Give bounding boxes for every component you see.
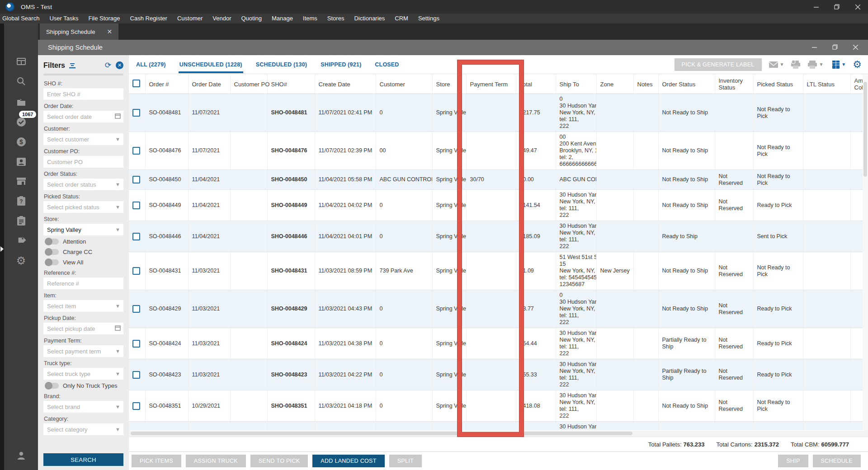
chevron-down-icon[interactable]: ▼ [115, 303, 123, 309]
category-select[interactable] [43, 423, 115, 435]
row-checkbox[interactable] [132, 402, 140, 410]
sho-number-link[interactable]: SHO-0048423 [267, 359, 315, 390]
col-store[interactable]: Store [432, 75, 466, 94]
menu-settings[interactable]: Settings [413, 14, 444, 24]
picked-status-select[interactable] [43, 201, 115, 213]
sho-number-link[interactable]: SHO-0048446 [267, 221, 315, 252]
payment-term-select[interactable] [43, 345, 115, 357]
menu-cash-register[interactable]: Cash Register [125, 14, 172, 24]
chevron-down-icon[interactable]: ▼ [115, 371, 123, 376]
col-customer-po[interactable]: Customer PO [230, 75, 267, 94]
folders-icon[interactable] [4, 94, 38, 110]
order-number-link[interactable]: SO-0048450 [145, 170, 188, 190]
vertical-scrollbar[interactable] [863, 75, 868, 431]
dashboard-icon[interactable] [4, 53, 38, 70]
order-number-link[interactable]: SO-0048423 [145, 359, 188, 390]
settings-gear-icon[interactable]: ⚙ [4, 253, 38, 269]
customer-card-icon[interactable] [4, 154, 38, 170]
menu-global-search[interactable]: Global Search [0, 14, 44, 24]
inner-close-icon[interactable] [853, 43, 858, 52]
sho-number-link[interactable]: SHO-0048476 [267, 132, 315, 170]
order-number-link[interactable]: SO-0048351 [145, 390, 188, 422]
attention-toggle[interactable] [45, 239, 59, 244]
chevron-down-icon[interactable]: ▼ [115, 136, 123, 142]
sho-number-link[interactable]: SHO-0048351 [267, 390, 315, 422]
chevron-down-icon[interactable]: ▼ [115, 404, 123, 409]
store-icon[interactable] [4, 173, 38, 189]
order-number-link[interactable]: SO-0048422 [145, 422, 188, 431]
payments-icon[interactable]: $ [4, 134, 38, 150]
col-ltl-status[interactable]: LTL Status [803, 75, 850, 94]
minimize-icon[interactable] [806, 0, 826, 14]
search-button[interactable]: SEARCH [43, 453, 123, 466]
order-number-link[interactable]: SO-0048429 [145, 290, 188, 328]
filters-scrollbar[interactable] [43, 74, 123, 75]
sho-number-link[interactable]: SHO-0048450 [267, 170, 315, 190]
item-select[interactable] [43, 300, 115, 312]
tab-shipped[interactable]: SHIPPED (921) [320, 56, 362, 73]
col-customer[interactable]: Customer [376, 75, 432, 94]
refresh-filters-icon[interactable]: ⟳ [105, 61, 111, 70]
col-ship-to[interactable]: Ship To [556, 75, 596, 94]
order-number-link[interactable]: SO-0048431 [145, 252, 188, 290]
email-button[interactable]: ▼ [769, 61, 784, 68]
row-checkbox[interactable] [132, 267, 140, 275]
order-date-input[interactable] [43, 111, 115, 122]
print-queue-button[interactable] [791, 60, 801, 69]
order-number-link[interactable]: SO-0048446 [145, 221, 188, 252]
row-checkbox[interactable] [132, 109, 140, 117]
pick-items-button[interactable]: PICK ITEMS [132, 455, 181, 467]
row-checkbox[interactable] [132, 371, 140, 379]
menu-items[interactable]: Items [298, 14, 322, 24]
ship-button[interactable]: SHIP [778, 455, 808, 467]
tab-close-icon[interactable]: ✕ [107, 28, 112, 35]
export-excel-button[interactable]: x▼ [830, 60, 846, 69]
search-icon[interactable] [4, 73, 38, 89]
chevron-down-icon[interactable]: ▼ [115, 204, 123, 210]
sho-number-link[interactable]: SHO-0048449 [267, 190, 315, 221]
clear-filters-icon[interactable]: ✕ [116, 61, 123, 69]
row-checkbox[interactable] [132, 202, 140, 209]
grid-settings-gear-icon[interactable]: ⚙ [853, 60, 862, 70]
menu-stores[interactable]: Stores [322, 14, 349, 24]
col-order-date[interactable]: Order Date [188, 75, 230, 94]
view-all-toggle[interactable] [45, 259, 59, 265]
chevron-down-icon[interactable]: ▼ [115, 182, 123, 187]
col-total[interactable]: Total [516, 75, 556, 94]
row-checkbox[interactable] [132, 147, 140, 155]
only-no-truck-types-toggle[interactable] [45, 383, 59, 389]
chevron-down-icon[interactable]: ▼ [115, 227, 123, 232]
send-to-pick-button[interactable]: SEND TO PICK [250, 455, 308, 467]
sho-input[interactable] [43, 88, 123, 100]
tab-scheduled[interactable]: SCHEDULED (130) [255, 56, 308, 73]
pick-generate-label-button[interactable]: PICK & GENERATE LABEL [675, 58, 762, 71]
expand-arrow-icon[interactable] [0, 246, 4, 252]
calendar-icon[interactable] [115, 324, 123, 333]
row-checkbox[interactable] [132, 340, 140, 348]
menu-user-tasks[interactable]: User Tasks [44, 14, 83, 24]
order-number-link[interactable]: SO-0048424 [145, 328, 188, 359]
customer-select[interactable] [43, 133, 115, 145]
sho-number-link[interactable]: SHO-0048431 [267, 252, 315, 290]
tab-closed[interactable]: CLOSED [374, 56, 400, 73]
tag-icon[interactable] [4, 233, 38, 249]
horizontal-scrollbar[interactable] [129, 431, 868, 436]
sho-number-link[interactable]: SHO-0048481 [267, 94, 315, 132]
col-payment-term[interactable]: Payment Term [466, 75, 516, 94]
truck-type-select[interactable] [43, 368, 115, 380]
col-zone[interactable]: Zone [596, 75, 633, 94]
tab-unscheduled[interactable]: UNSCHEDULED (1228) [179, 56, 243, 73]
row-checkbox[interactable] [132, 176, 140, 183]
order-number-link[interactable]: SO-0048449 [145, 190, 188, 221]
clipboard-list-icon[interactable] [4, 213, 38, 229]
row-checkbox[interactable] [132, 305, 140, 313]
close-icon[interactable] [847, 0, 868, 14]
charge-cc-toggle[interactable] [45, 249, 59, 255]
inner-restore-icon[interactable] [832, 43, 838, 52]
order-number-link[interactable]: SO-0048481 [145, 94, 188, 132]
menu-dictionaries[interactable]: Dictionaries [349, 14, 390, 24]
row-checkbox[interactable] [132, 233, 140, 240]
sho-number-link[interactable]: SHO-0048429 [267, 290, 315, 328]
col-sho[interactable]: SHO# [267, 75, 315, 94]
customer-po-input[interactable] [43, 156, 123, 168]
